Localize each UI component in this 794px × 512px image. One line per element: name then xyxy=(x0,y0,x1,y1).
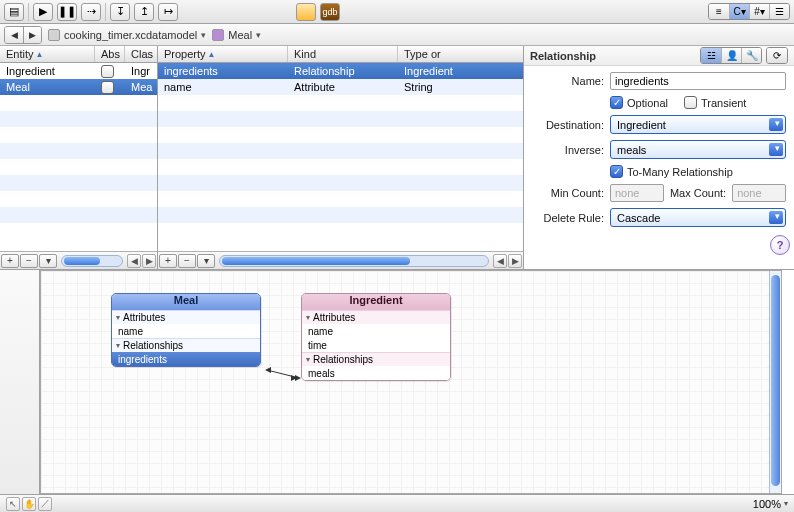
breadcrumb-file-label: cooking_timer.xcdatamodel xyxy=(64,29,197,41)
tomany-checkbox[interactable]: To-Many Relationship xyxy=(610,165,733,178)
inverse-select[interactable]: meals xyxy=(610,140,786,159)
destination-label: Destination: xyxy=(532,119,604,131)
maxcount-field[interactable]: none xyxy=(732,184,786,202)
property-name: ingredients xyxy=(158,65,288,77)
property-row[interactable]: ingredients Relationship Ingredient xyxy=(158,63,523,79)
abstract-checkbox[interactable] xyxy=(101,81,114,94)
entity-icon xyxy=(212,29,224,41)
property-kind: Attribute xyxy=(288,81,398,93)
attributes-section-label: Attributes xyxy=(112,310,260,324)
name-label: Name: xyxy=(532,75,604,87)
column-header[interactable]: Kind xyxy=(294,48,316,60)
hand-tool-icon[interactable]: ✋ xyxy=(22,497,36,511)
optional-checkbox[interactable]: Optional xyxy=(610,96,668,109)
horizontal-scrollbar[interactable] xyxy=(61,255,123,267)
scroll-right-button[interactable]: ▶ xyxy=(508,254,522,268)
scroll-right-button[interactable]: ▶ xyxy=(142,254,156,268)
mincount-field[interactable]: none xyxy=(610,184,664,202)
attribute-item[interactable]: name xyxy=(112,324,260,338)
toolbar-button[interactable]: ▤ xyxy=(4,3,24,21)
toolbar-button[interactable]: ↥ xyxy=(134,3,154,21)
jump-bar: ◀▶ cooking_timer.xcdatamodel ▾ Meal ▾ xyxy=(0,24,794,46)
transient-checkbox[interactable]: Transient xyxy=(684,96,746,109)
relationships-section-label: Relationships xyxy=(112,338,260,352)
forward-button[interactable]: ▶ xyxy=(23,27,41,43)
property-name: name xyxy=(158,81,288,93)
relationship-item[interactable]: meals xyxy=(302,366,450,380)
property-type: Ingredient xyxy=(398,65,523,77)
segment-option[interactable]: 👤 xyxy=(721,48,741,63)
scroll-left-button[interactable]: ◀ xyxy=(127,254,141,268)
segment-option[interactable]: ☰ xyxy=(769,4,789,19)
toolbar-button[interactable]: ↦ xyxy=(158,3,178,21)
entity-row[interactable]: Meal Mea xyxy=(0,79,157,95)
column-header[interactable]: Property xyxy=(164,48,206,60)
main-toolbar: ▤ ▶ ❚❚ ⇢ ↧ ↥ ↦ gdb ≡ C▾ #▾ ☰ xyxy=(0,0,794,24)
entity-table-header: Entity▲ Abs Clas xyxy=(0,46,157,63)
deleterule-select[interactable]: Cascade xyxy=(610,208,786,227)
entity-box-meal[interactable]: Meal Attributes name Relationships ingre… xyxy=(111,293,261,367)
entity-menu-button[interactable]: ▾ xyxy=(39,254,57,268)
file-icon xyxy=(48,29,60,41)
attribute-item[interactable]: name xyxy=(302,324,450,338)
segment-option[interactable]: 🔧 xyxy=(741,48,761,63)
entity-class: Mea xyxy=(125,81,157,93)
breakpoint-icon[interactable] xyxy=(296,3,316,21)
entity-box-title: Ingredient xyxy=(302,294,450,310)
remove-property-button[interactable]: − xyxy=(178,254,196,268)
maxcount-label: Max Count: xyxy=(670,187,726,199)
pointer-tool-icon[interactable]: ↖ xyxy=(6,497,20,511)
entity-row[interactable]: Ingredient Ingr xyxy=(0,63,157,79)
inspector-panel: Relationship ☳ 👤 🔧 ⟳ Name: ingredients O… xyxy=(524,46,794,269)
segment-option[interactable]: ≡ xyxy=(709,4,729,19)
step-button[interactable]: ⇢ xyxy=(81,3,101,21)
relationship-item[interactable]: ingredients xyxy=(112,352,260,366)
add-entity-button[interactable]: + xyxy=(1,254,19,268)
help-button[interactable]: ? xyxy=(770,235,790,255)
column-header[interactable]: Abs xyxy=(101,48,120,60)
property-table-body: ingredients Relationship Ingredient name… xyxy=(158,63,523,251)
deleterule-label: Delete Rule: xyxy=(532,212,604,224)
relationships-section-label: Relationships xyxy=(302,352,450,366)
attribute-item[interactable]: time xyxy=(302,338,450,352)
column-header[interactable]: Type or xyxy=(404,48,441,60)
entity-table-body: Ingredient Ingr Meal Mea xyxy=(0,63,157,251)
inspector-mode-segment[interactable]: ≡ C▾ #▾ ☰ xyxy=(708,3,790,20)
column-header[interactable]: Clas xyxy=(131,48,153,60)
property-row[interactable]: name Attribute String xyxy=(158,79,523,95)
scroll-left-button[interactable]: ◀ xyxy=(493,254,507,268)
destination-select[interactable]: Ingredient xyxy=(610,115,786,134)
entity-box-ingredient[interactable]: Ingredient Attributes name time Relation… xyxy=(301,293,451,381)
vertical-scrollbar[interactable] xyxy=(769,271,781,493)
model-canvas[interactable]: Meal Attributes name Relationships ingre… xyxy=(40,270,782,494)
add-property-button[interactable]: + xyxy=(159,254,177,268)
segment-option[interactable]: C▾ xyxy=(729,4,749,19)
breadcrumb-file[interactable]: cooking_timer.xcdatamodel ▾ xyxy=(48,29,206,41)
entity-class: Ingr xyxy=(125,65,157,77)
breadcrumb-entity[interactable]: Meal ▾ xyxy=(212,29,261,41)
back-button[interactable]: ◀ xyxy=(5,27,23,43)
segment-option[interactable]: #▾ xyxy=(749,4,769,19)
column-header[interactable]: Entity xyxy=(6,48,34,60)
play-button[interactable]: ▶ xyxy=(33,3,53,21)
line-tool-icon[interactable]: ／ xyxy=(38,497,52,511)
toolbar-button[interactable]: ↧ xyxy=(110,3,130,21)
property-menu-button[interactable]: ▾ xyxy=(197,254,215,268)
pause-button[interactable]: ❚❚ xyxy=(57,3,77,21)
segment-option[interactable]: ☳ xyxy=(701,48,721,63)
sync-button[interactable]: ⟳ xyxy=(766,47,788,64)
remove-entity-button[interactable]: − xyxy=(20,254,38,268)
inspector-title: Relationship xyxy=(530,50,596,62)
inspector-view-segment[interactable]: ☳ 👤 🔧 xyxy=(700,47,762,64)
entity-name: Ingredient xyxy=(0,65,95,77)
gdb-button[interactable]: gdb xyxy=(320,3,340,21)
abstract-checkbox[interactable] xyxy=(101,65,114,78)
history-nav[interactable]: ◀▶ xyxy=(4,26,42,44)
zoom-control[interactable]: 100% ▾ xyxy=(753,498,788,510)
status-bar: ↖ ✋ ／ 100% ▾ xyxy=(0,494,794,512)
horizontal-scrollbar[interactable] xyxy=(219,255,489,267)
name-field[interactable]: ingredients xyxy=(610,72,786,90)
chevron-down-icon: ▾ xyxy=(784,499,788,508)
property-list-panel: Property▲ Kind Type or ingredients Relat… xyxy=(158,46,524,269)
breadcrumb-entity-label: Meal xyxy=(228,29,252,41)
